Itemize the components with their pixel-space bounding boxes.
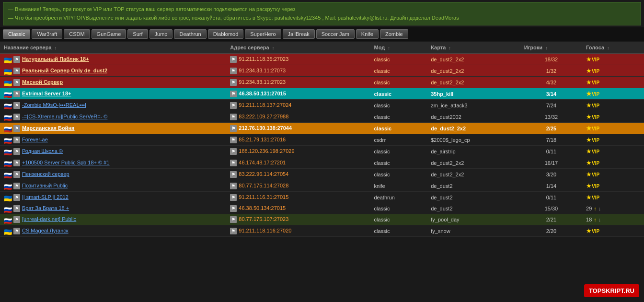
col-header-addr[interactable]: Адрес сервера ↕ bbox=[226, 42, 370, 54]
col-header-votes[interactable]: Голоса ↕ bbox=[582, 42, 644, 54]
server-votes[interactable]: ★VIP bbox=[582, 192, 644, 203]
server-map: de_dust2_2x2 bbox=[427, 54, 520, 65]
col-header-name[interactable]: Название сервера ↕ bbox=[0, 42, 226, 54]
col-header-players[interactable]: Игроки ↕ bbox=[520, 42, 582, 54]
nav-btn-zombie[interactable]: Zombie bbox=[380, 29, 408, 39]
server-name: Родная Школа © bbox=[22, 148, 63, 154]
vip-label: VIP bbox=[592, 184, 599, 189]
table-row: 🇷🇺⚑Марсианская Бойня⚑212.76.130.138:2704… bbox=[0, 123, 644, 134]
server-map: de_dust2_2x2 bbox=[427, 123, 520, 134]
flag-icon: 🇺🇦 bbox=[4, 68, 12, 73]
vote-down-arrow-icon[interactable]: ↓ bbox=[598, 217, 601, 222]
connect-icon: ⚑ bbox=[230, 228, 237, 234]
server-name[interactable]: +100500 Server Public Spb 18+ © #1 bbox=[22, 160, 109, 165]
vip-star-icon: ★ bbox=[586, 148, 592, 155]
server-name[interactable]: Реальный Сервер Only de_dust2 bbox=[22, 68, 107, 73]
vip-star-icon: ★ bbox=[586, 182, 592, 189]
server-addr: ⚑91.234.33.11:27023 bbox=[226, 77, 370, 88]
server-addr: ⚑83.222.109.27:27988 bbox=[226, 111, 370, 123]
nav-btn-jump[interactable]: Jump bbox=[150, 29, 173, 39]
server-name[interactable]: [unreal-dark.net] Public bbox=[22, 216, 76, 222]
vip-label: VIP bbox=[592, 149, 599, 154]
connect-icon: ⚑ bbox=[230, 79, 237, 86]
vip-star-icon: ★ bbox=[586, 90, 592, 97]
server-name[interactable]: Extrimal Server 18+ bbox=[22, 91, 71, 96]
server-name[interactable]: Натуральный Паблик 18+ bbox=[22, 56, 89, 62]
server-votes[interactable]: ★VIP bbox=[582, 123, 644, 134]
nav-btn-diablоmod[interactable]: Diablоmod bbox=[208, 29, 244, 39]
connect-icon: ⚑ bbox=[230, 114, 237, 120]
server-players: 1/32 bbox=[520, 65, 582, 77]
server-mod: classic bbox=[370, 146, 427, 157]
server-votes[interactable]: ★VIP bbox=[582, 100, 644, 111]
nav-btn-surf[interactable]: Surf bbox=[127, 29, 148, 39]
server-votes[interactable]: ★VIP bbox=[582, 65, 644, 77]
server-votes[interactable]: ★VIP bbox=[582, 169, 644, 180]
server-map: de_dust2_2x2 bbox=[427, 77, 520, 88]
table-row: 🇺🇦⚑Мясной Сервер⚑91.234.33.11:27023class… bbox=[0, 77, 644, 88]
server-addr: ⚑91.211.116.31:27015 bbox=[226, 192, 370, 203]
server-map: de_dust2_2x2 bbox=[427, 65, 520, 77]
server-name[interactable]: Мясной Сервер bbox=[22, 79, 63, 85]
table-row: 🇺🇦⚑Натуральный Паблик 18+⚑91.211.118.35:… bbox=[0, 54, 644, 65]
flag-icon: 🇷🇺 bbox=[4, 160, 12, 165]
server-votes[interactable]: ★VIP bbox=[582, 225, 644, 237]
vip-label: VIP bbox=[592, 229, 599, 234]
cs-icon: ⚑ bbox=[13, 194, 20, 201]
nav-btn-war3raft[interactable]: War3raft bbox=[32, 29, 62, 39]
server-votes[interactable]: ★VIP bbox=[582, 88, 644, 100]
connect-icon: ⚑ bbox=[230, 56, 237, 63]
flag-icon: 🇷🇺 bbox=[4, 172, 12, 177]
vip-star-icon: ★ bbox=[586, 79, 592, 86]
server-votes[interactable]: ★VIP bbox=[582, 54, 644, 65]
nav-btn-superhero[interactable]: SuperHero bbox=[245, 29, 281, 39]
server-votes[interactable]: ★VIP bbox=[582, 146, 644, 157]
connect-icon: ⚑ bbox=[230, 68, 237, 74]
server-map: de_dust2 bbox=[427, 180, 520, 192]
connect-icon: ⚑ bbox=[230, 171, 237, 178]
cs-icon: ⚑ bbox=[13, 91, 20, 97]
server-players: 7/24 bbox=[520, 100, 582, 111]
server-addr: ⚑91.211.118.116:27020 bbox=[226, 225, 370, 237]
flag-icon: 🇺🇦 bbox=[4, 80, 12, 85]
server-votes[interactable]: ★VIP bbox=[582, 134, 644, 146]
table-row: 🇷🇺⚑-Zombie M9sO-|•••REAL•••|⚑91.211.118.… bbox=[0, 100, 644, 111]
server-mod: classic bbox=[370, 65, 427, 77]
server-mod: classic bbox=[370, 100, 427, 111]
server-players: 4/32 bbox=[520, 77, 582, 88]
connect-icon: ⚑ bbox=[230, 216, 237, 223]
cs-icon: ⚑ bbox=[13, 148, 20, 155]
nav-btn-classic[interactable]: Classic bbox=[3, 29, 30, 39]
vip-star-icon: ★ bbox=[586, 159, 592, 166]
server-votes[interactable]: ★VIP bbox=[582, 157, 644, 169]
nav-btn-soccer-jam[interactable]: Soccer Jam bbox=[316, 29, 355, 39]
nav-btn-gungame[interactable]: GunGame bbox=[92, 29, 126, 39]
vote-up-arrow-icon[interactable]: ↑ bbox=[594, 217, 597, 222]
nav-btn-jailbreak[interactable]: JailBreak bbox=[283, 29, 315, 39]
vip-star-icon: ★ bbox=[586, 194, 592, 201]
vote-down-arrow-icon[interactable]: ↓ bbox=[598, 206, 601, 211]
server-name[interactable]: Марсианская Бойня bbox=[22, 125, 74, 131]
notice-line2: — Что бы преобрести VIP/TOP/Выделение ил… bbox=[8, 14, 636, 23]
cs-icon: ⚑ bbox=[13, 137, 20, 143]
server-addr: ⚑80.77.175.107:27023 bbox=[226, 214, 370, 225]
nav-btn-deathrun[interactable]: Deathrun bbox=[174, 29, 206, 39]
nav-btn-knife[interactable]: Knife bbox=[356, 29, 379, 39]
server-votes[interactable]: 18↑↓ bbox=[582, 214, 644, 225]
connect-icon: ⚑ bbox=[230, 148, 237, 155]
server-mod: classic bbox=[370, 123, 427, 134]
col-header-mod[interactable]: Мод ↕ bbox=[370, 42, 427, 54]
col-header-map[interactable]: Карта ↕ bbox=[427, 42, 520, 54]
server-votes[interactable]: ★VIP bbox=[582, 180, 644, 192]
server-votes[interactable]: 29↑↓ bbox=[582, 203, 644, 214]
server-votes[interactable]: ★VIP bbox=[582, 111, 644, 123]
server-addr: ⚑212.76.130.138:27044 bbox=[226, 123, 370, 134]
server-mod: deathrun bbox=[370, 192, 427, 203]
vip-label: VIP bbox=[592, 115, 599, 120]
server-addr: ⚑46.174.48.17:27201 bbox=[226, 157, 370, 169]
server-votes[interactable]: ★VIP bbox=[582, 77, 644, 88]
vote-up-arrow-icon[interactable]: ↑ bbox=[594, 206, 597, 211]
server-mod: classic bbox=[370, 169, 427, 180]
nav-btn-csdm[interactable]: CSDM bbox=[64, 29, 90, 39]
server-map: zm_ice_attack3 bbox=[427, 100, 520, 111]
